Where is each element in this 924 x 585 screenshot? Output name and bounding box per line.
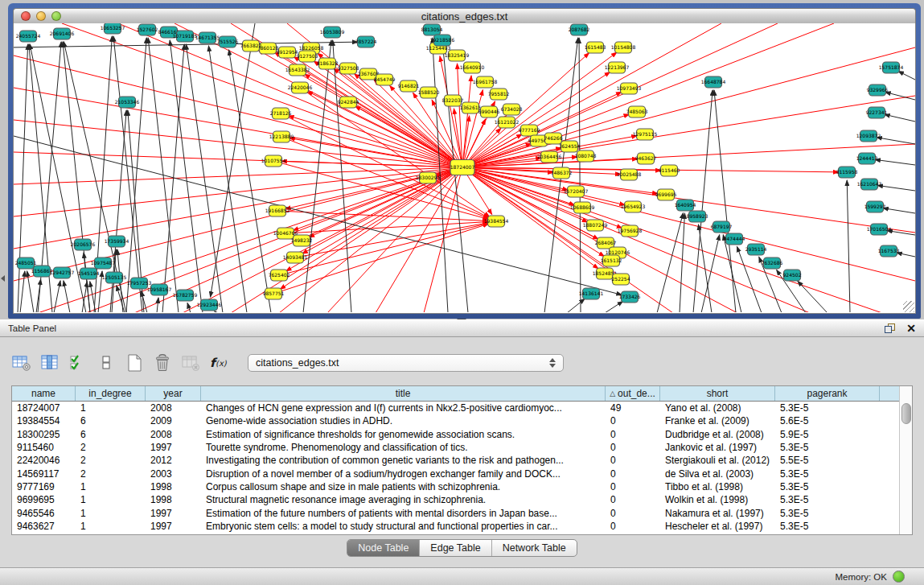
table-row[interactable]: 969969511998Structural magnetic resonanc… <box>12 493 899 506</box>
float-panel-icon[interactable] <box>885 323 895 333</box>
graph-node[interactable]: 14093481 <box>283 252 308 263</box>
function-builder-icon[interactable]: f(x) <box>208 353 229 373</box>
graph-node[interactable]: 14136141 <box>579 288 604 299</box>
graph-node[interactable]: 16640910 <box>460 62 485 73</box>
table-row[interactable]: 1830029562008Estimation of significance … <box>12 428 899 441</box>
graph-node[interactable]: 9857751 <box>263 288 285 299</box>
column-header-year[interactable]: year <box>146 386 201 401</box>
graph-node[interactable]: 7955812 <box>488 89 510 100</box>
graph-node[interactable]: 7663822 <box>240 40 262 51</box>
network-view[interactable]: 1872400798601288912954182260589127503165… <box>13 23 916 314</box>
graph-node[interactable]: 12505135 <box>102 272 127 283</box>
delete-table-icon[interactable] <box>152 353 173 373</box>
graph-node[interactable]: 18300295 <box>416 172 441 183</box>
graph-node[interactable]: 9146821 <box>398 80 420 92</box>
graph-node[interactable]: 1080748 <box>575 150 597 162</box>
panel-collapse-arrow-icon[interactable] <box>1 275 5 282</box>
window-titlebar[interactable]: citations_edges.txt <box>13 8 916 23</box>
minimize-window-icon[interactable] <box>36 11 46 21</box>
tab-node-table[interactable]: Node Table <box>347 540 420 556</box>
graph-node[interactable]: 6990446 <box>478 106 500 117</box>
graph-node[interactable]: 6734028 <box>501 104 523 115</box>
graph-node[interactable]: 1640954 <box>675 200 696 211</box>
table-row[interactable]: 1938455462009Genome-wide association stu… <box>12 414 899 427</box>
graph-node[interactable]: 9699695 <box>655 189 677 200</box>
graph-node[interactable]: 19384554 <box>484 216 509 227</box>
graph-node[interactable]: 1615132 <box>601 255 622 266</box>
graph-node[interactable]: 12213889 <box>269 131 294 142</box>
graph-node[interactable]: 7625402 <box>269 270 290 281</box>
graph-node[interactable]: 8115958 <box>836 167 858 178</box>
graph-node[interactable]: 9327508 <box>338 63 359 74</box>
graph-node[interactable]: 8813054 <box>421 24 443 35</box>
column-header-in_degree[interactable]: in_degree <box>76 386 146 401</box>
graph-node[interactable]: 16121022 <box>495 117 519 128</box>
graph-node[interactable]: 10107554 <box>261 155 286 167</box>
graph-node[interactable]: 8912954 <box>277 47 298 58</box>
graph-node[interactable]: 24055724 <box>16 31 41 42</box>
table-row[interactable]: 1456911722003Disruption of a novel membe… <box>12 467 899 480</box>
graph-node[interactable]: 1527602 <box>137 24 158 35</box>
graph-node[interactable]: 9115460 <box>659 165 680 176</box>
new-table-icon[interactable] <box>124 353 145 373</box>
graph-node[interactable]: 6879197 <box>711 221 733 233</box>
graph-node[interactable]: 7632686 <box>762 257 783 269</box>
rows-icon[interactable] <box>96 353 117 373</box>
graph-node[interactable]: 8186328 <box>317 58 339 69</box>
memory-status-icon[interactable] <box>893 571 905 583</box>
graph-node[interactable]: 9242844 <box>338 97 359 108</box>
graph-node[interactable]: 9777169 <box>519 125 540 136</box>
graph-node[interactable]: 1498232 <box>291 235 313 246</box>
table-row[interactable]: 911546021997Tourette syndrome. Phenomeno… <box>12 441 899 454</box>
graph-node[interactable]: 12093872 <box>856 130 881 142</box>
graph-node[interactable]: 20364456 <box>537 151 562 163</box>
table-settings-icon[interactable] <box>11 353 32 373</box>
graph-node[interactable]: 8454749 <box>374 74 396 85</box>
graph-node[interactable]: 7485063 <box>626 106 648 117</box>
graph-node[interactable]: 10719185 <box>173 31 198 42</box>
show-columns-icon[interactable] <box>39 353 60 373</box>
graph-node[interactable]: 21053346 <box>115 97 140 108</box>
table-row[interactable]: 946362711997Embryonic stem cells: a mode… <box>12 520 899 533</box>
graph-node[interactable]: 10653257 <box>101 23 125 34</box>
graph-node[interactable]: 9474444 <box>724 233 745 245</box>
graph-node[interactable]: 2935114 <box>745 244 767 255</box>
zoom-window-icon[interactable] <box>51 11 61 21</box>
tab-edge-table[interactable]: Edge Table <box>420 540 491 556</box>
column-header-name[interactable]: name <box>12 386 76 401</box>
graph-node[interactable]: 7515526 <box>217 36 239 47</box>
graph-node[interactable]: 10154808 <box>611 42 636 53</box>
graph-node[interactable]: 10958167 <box>147 284 172 295</box>
graph-node[interactable]: 7486372 <box>551 167 573 179</box>
graph-node[interactable]: 2087682 <box>569 24 590 35</box>
graph-node[interactable]: 16648784 <box>701 76 726 88</box>
graph-node[interactable]: 19218586 <box>430 35 455 46</box>
tab-network-table[interactable]: Network Table <box>492 540 577 556</box>
close-window-icon[interactable] <box>21 11 31 21</box>
graph-node[interactable]: 20691406 <box>50 28 75 39</box>
graph-node[interactable]: 16210643 <box>857 179 882 190</box>
graph-node[interactable]: 12213967 <box>605 62 630 73</box>
graph-node[interactable]: 10975487 <box>91 257 116 269</box>
graph-node[interactable]: 10025488 <box>617 169 642 180</box>
column-header-title[interactable]: title <box>201 386 606 401</box>
graph-node[interactable]: 17359934 <box>105 236 129 247</box>
select-columns-icon[interactable] <box>68 353 88 373</box>
graph-node[interactable]: 1167533 <box>878 245 900 257</box>
graph-node[interactable]: 18325419 <box>445 50 470 61</box>
graph-node[interactable]: 1244413 <box>856 153 878 164</box>
graph-node[interactable]: 1545194 <box>78 268 100 279</box>
import-table-disabled-icon[interactable] <box>180 353 201 373</box>
graph-node[interactable]: 10973493 <box>617 83 642 94</box>
graph-node[interactable]: 12923446 <box>197 299 222 311</box>
graph-node[interactable]: 12975115 <box>633 129 658 140</box>
graph-node[interactable]: 9127503 <box>297 51 318 62</box>
graph-node[interactable]: 8958923 <box>687 211 708 222</box>
table-selector-dropdown[interactable]: citations_edges.txt <box>248 354 564 372</box>
graph-node[interactable]: 1599297 <box>864 201 886 212</box>
graph-node[interactable]: 252254 <box>612 274 630 285</box>
graph-node[interactable]: 2718126 <box>270 108 292 119</box>
graph-node[interactable]: 16543382 <box>285 64 310 76</box>
graph-node[interactable]: 18724007 <box>450 160 475 175</box>
table-row[interactable]: 946554611997Estimation of the future num… <box>12 506 899 519</box>
